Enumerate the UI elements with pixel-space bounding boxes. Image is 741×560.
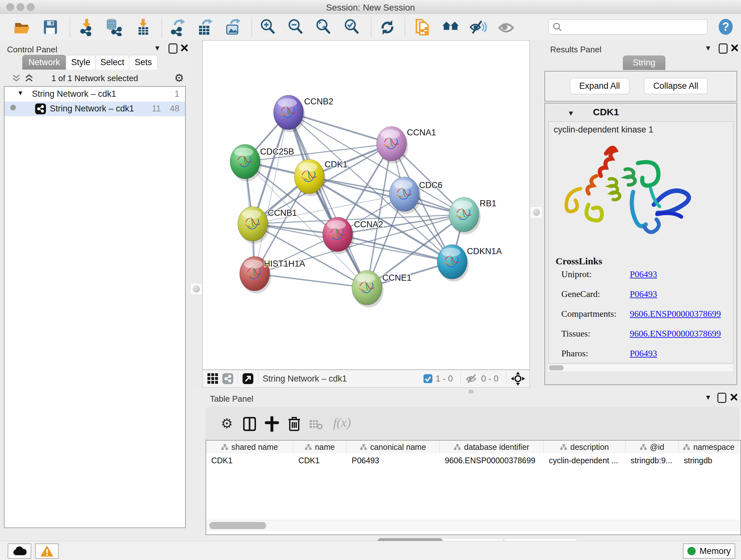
network-node-CCNA2[interactable] xyxy=(323,217,354,254)
left-splitter-handle[interactable] xyxy=(190,283,202,295)
zoom-fit-icon[interactable] xyxy=(315,18,333,36)
delete-table-icon[interactable] xyxy=(309,419,323,430)
table-panel-close-icon[interactable] xyxy=(730,393,738,401)
left-splitter[interactable] xyxy=(190,40,202,388)
results-panel-close-icon[interactable] xyxy=(731,44,738,52)
results-panel-float-icon[interactable] xyxy=(719,44,728,54)
table-settings-gear-icon[interactable]: ⚙ xyxy=(221,416,233,431)
tab-style[interactable]: Style xyxy=(66,55,96,70)
zoom-out-icon[interactable] xyxy=(287,18,305,36)
memory-button[interactable]: Memory xyxy=(683,543,735,559)
control-panel-close-icon[interactable] xyxy=(181,44,188,52)
network-row[interactable]: String Network – cdk1 11 48 xyxy=(4,102,185,116)
table-cell[interactable]: P06493 xyxy=(347,453,440,468)
tab-network[interactable]: Network xyxy=(22,55,66,70)
import-network-database-icon[interactable] xyxy=(105,18,123,36)
hide-eye-icon[interactable] xyxy=(469,18,487,36)
string-document-icon[interactable] xyxy=(413,18,431,36)
crosslink-link[interactable]: P06493 xyxy=(630,348,657,358)
control-panel-menu-icon[interactable]: ▼ xyxy=(154,44,161,52)
table-panel-float-icon[interactable] xyxy=(718,393,726,403)
expand-all-button[interactable]: Expand All xyxy=(570,78,629,94)
import-network-icon[interactable] xyxy=(77,18,95,36)
export-image-icon[interactable] xyxy=(224,18,242,36)
table-cell[interactable]: CDK1 xyxy=(293,453,347,468)
network-canvas[interactable]: CCNB2CCNA1CDC25BCDK1CDC6RB1CCNB1CCNA2CDK… xyxy=(202,40,530,370)
help-icon[interactable]: ? xyxy=(718,18,734,35)
open-session-icon[interactable] xyxy=(13,18,31,36)
column-header-description[interactable]: description xyxy=(544,441,625,453)
network-node-CDKN1A[interactable] xyxy=(437,245,469,282)
hidden-elements-icon[interactable] xyxy=(465,373,478,384)
network-node-RB1[interactable] xyxy=(449,197,481,234)
network-node-CCNE1[interactable] xyxy=(352,270,384,307)
column-header-database-identifier[interactable]: database identifier xyxy=(440,441,544,453)
shared-column-icon xyxy=(305,444,312,450)
search-icon xyxy=(552,22,562,32)
table-scrollbar-thumb[interactable] xyxy=(209,522,266,529)
right-splitter-handle[interactable] xyxy=(530,206,542,219)
crosslink-link[interactable]: 9606.ENSP00000378699 xyxy=(630,309,721,319)
network-node-CCNB2[interactable] xyxy=(273,95,305,132)
crosslink-link[interactable]: P06493 xyxy=(630,269,657,279)
zoom-selected-icon[interactable] xyxy=(343,18,361,36)
refresh-icon[interactable] xyxy=(379,18,396,36)
warning-button[interactable] xyxy=(35,543,59,559)
fit-content-crosshair-icon[interactable] xyxy=(511,372,525,386)
homes-icon[interactable] xyxy=(442,18,460,36)
network-footer: String Network – cdk1 1 - 0 0 - 0 xyxy=(202,370,530,388)
column-header-shared-name[interactable]: shared name xyxy=(206,441,293,453)
collapse-all-button[interactable]: Collapse All xyxy=(644,78,708,94)
network-node-CDC25B[interactable] xyxy=(230,144,262,181)
network-options-gear-icon[interactable]: ⚙ xyxy=(174,71,184,84)
table-panel-menu-icon[interactable]: ▼ xyxy=(704,393,712,401)
tab-select[interactable]: Select xyxy=(95,55,129,70)
crosslink-link[interactable]: P06493 xyxy=(630,289,657,299)
add-column-icon[interactable] xyxy=(265,416,279,432)
grid-view-icon[interactable] xyxy=(207,373,219,384)
right-splitter[interactable] xyxy=(530,40,542,388)
export-network-icon[interactable] xyxy=(169,18,186,36)
results-scrollbar-thumb[interactable] xyxy=(549,365,563,370)
search-input[interactable] xyxy=(565,21,704,32)
results-panel-menu-icon[interactable]: ▼ xyxy=(704,44,712,52)
network-node-CCNB1[interactable] xyxy=(238,206,269,244)
results-horizontal-scrollbar[interactable] xyxy=(548,364,733,371)
column-header-canonical-name[interactable]: canonical name xyxy=(347,441,440,453)
column-header-name[interactable]: name xyxy=(293,441,347,453)
import-table-icon[interactable] xyxy=(134,18,152,36)
results-entry-box: ▼ CDK1 cyclin-dependent kinase 1 xyxy=(544,103,737,385)
export-table-icon[interactable] xyxy=(196,18,214,36)
table-cell[interactable]: stringdb:9... xyxy=(625,453,679,468)
show-columns-icon[interactable] xyxy=(243,417,256,431)
column-header--id[interactable]: @id xyxy=(625,441,679,453)
table-horizontal-scrollbar[interactable] xyxy=(206,520,739,531)
selected-nodes-checkbox[interactable] xyxy=(423,374,432,383)
table-cell[interactable]: CDK1 xyxy=(206,453,293,468)
network-node-CDK1[interactable] xyxy=(294,159,326,196)
network-graph[interactable]: CCNB2CCNA1CDC25BCDK1CDC6RB1CCNB1CCNA2CDK… xyxy=(203,41,529,369)
function-builder-icon[interactable]: f(x) xyxy=(333,415,351,430)
network-label: String Network – cdk1 xyxy=(50,104,134,114)
table-cell[interactable]: cyclin-dependent ... xyxy=(544,453,625,468)
column-header-namespace[interactable]: namespace xyxy=(679,441,739,453)
save-session-icon[interactable] xyxy=(42,18,59,36)
entry-collapse-icon[interactable]: ▼ xyxy=(567,109,575,118)
table-row[interactable]: CDK1CDK1P064939606.ENSP00000378699cyclin… xyxy=(206,453,740,468)
delete-column-trash-icon[interactable] xyxy=(288,416,300,432)
cloud-button[interactable] xyxy=(8,543,31,559)
network-node-CCNA1[interactable] xyxy=(377,126,408,164)
show-eye-icon[interactable] xyxy=(497,18,515,36)
table-cell[interactable]: 9606.ENSP00000378699 xyxy=(440,453,544,468)
control-panel-float-icon[interactable] xyxy=(169,44,178,54)
zoom-in-icon[interactable] xyxy=(259,18,277,36)
crosslinks-title: CrossLinks xyxy=(556,256,602,266)
birds-eye-view-icon[interactable] xyxy=(243,373,253,384)
crosslink-link[interactable]: 9606.ENSP00000378699 xyxy=(630,328,721,338)
network-view-icon[interactable] xyxy=(222,373,233,384)
table-cell[interactable]: stringdb xyxy=(679,453,739,468)
tab-sets[interactable]: Sets xyxy=(129,55,158,70)
tree-expand-icon[interactable]: ▼ xyxy=(17,89,23,97)
tab-string[interactable]: String xyxy=(623,56,665,70)
network-collection-row[interactable]: ▼ String Network – cdk1 1 xyxy=(4,87,185,102)
